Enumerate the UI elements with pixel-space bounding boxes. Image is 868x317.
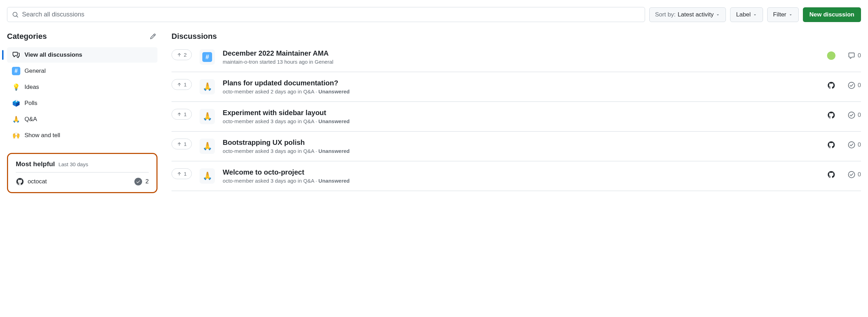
discussion-status: Unanswered (318, 89, 350, 94)
upvote-button[interactable]: 1 (172, 168, 192, 179)
comment-icon (848, 52, 855, 59)
arrow-up-icon (177, 171, 182, 176)
vote-count: 1 (184, 141, 187, 147)
most-helpful-box: Most helpful Last 30 days octocat 2 (7, 153, 158, 193)
arrow-up-icon (177, 112, 182, 117)
category-badge[interactable]: 🙏 (200, 139, 215, 154)
search-icon (12, 12, 19, 18)
upvote-button[interactable]: 1 (172, 79, 192, 90)
upvote-button[interactable]: 1 (172, 139, 192, 149)
check-circle-icon (848, 82, 855, 89)
filter-btn-text: Filter (773, 11, 786, 18)
vote-count: 1 (184, 111, 187, 117)
upvote-button[interactable]: 1 (172, 109, 192, 120)
search-box[interactable] (7, 7, 645, 22)
filter-dropdown[interactable]: Filter (767, 7, 799, 22)
chevron-down-icon (753, 13, 757, 17)
discussion-meta: octo-member asked 3 days ago in Q&A · Un… (223, 148, 819, 154)
sidebar-item-label: Ideas (24, 84, 39, 91)
new-discussion-button[interactable]: New discussion (803, 7, 861, 22)
discussions-title: Discussions (172, 32, 861, 41)
arrow-up-icon (177, 52, 182, 57)
sort-value: Latest activity (678, 11, 714, 18)
discussion-meta: maintain-o-tron started 13 hours ago in … (223, 59, 819, 65)
sidebar-item-label: Show and tell (24, 132, 60, 139)
discussion-title[interactable]: Experiment with sidebar layout (223, 109, 819, 117)
reply-count[interactable]: 0 (848, 171, 861, 178)
discussion-status: Unanswered (318, 118, 350, 124)
avatar[interactable] (827, 51, 835, 60)
most-helpful-subtitle: Last 30 days (58, 161, 88, 167)
avatar (16, 177, 24, 186)
count-value: 0 (858, 82, 861, 89)
reply-count[interactable]: 0 (848, 52, 861, 59)
vote-count: 1 (184, 82, 187, 87)
avatar[interactable] (827, 111, 835, 119)
discussion-meta: octo-member asked 3 days ago in Q&A · Un… (223, 178, 819, 184)
arrow-up-icon (177, 82, 182, 87)
edit-categories-button[interactable] (148, 32, 158, 41)
count-value: 0 (858, 112, 861, 119)
check-circle-icon (848, 171, 855, 178)
discussion-title[interactable]: Welcome to octo-project (223, 168, 819, 176)
sort-label: Sort by: (655, 11, 676, 18)
chevron-down-icon (789, 13, 793, 17)
categories-title: Categories (7, 32, 47, 41)
category-badge[interactable]: # (200, 49, 215, 65)
count-value: 0 (858, 171, 861, 178)
discussion-status: Unanswered (318, 178, 350, 184)
category-emoji: 🙏 (203, 142, 212, 151)
sidebar-item-view-all-discussions[interactable]: View all discussions (7, 47, 158, 63)
sidebar-item-label: General (24, 68, 46, 75)
sidebar-item-show-and-tell[interactable]: 🙌Show and tell (7, 128, 158, 143)
reply-count[interactable]: 0 (848, 82, 861, 89)
count-value: 0 (858, 52, 861, 59)
check-circle-icon (134, 178, 142, 185)
category-badge[interactable]: 🙏 (200, 168, 215, 184)
category-badge[interactable]: 🙏 (200, 79, 215, 94)
label-dropdown[interactable]: Label (730, 7, 763, 22)
discussion-meta: octo-member asked 2 days ago in Q&A · Un… (223, 89, 819, 94)
chevron-down-icon (716, 13, 720, 17)
discussion-status: Unanswered (318, 148, 350, 154)
discussion-title[interactable]: Bootstrapping UX polish (223, 139, 819, 147)
category-emoji: 🙏 (12, 115, 20, 124)
reply-count[interactable]: 0 (848, 141, 861, 148)
reply-count[interactable]: 0 (848, 112, 861, 119)
label-btn-text: Label (736, 11, 751, 18)
avatar[interactable] (827, 141, 835, 149)
most-helpful-title: Most helpful (16, 160, 55, 168)
discussion-row: 1🙏Bootstrapping UX polishocto-member ask… (172, 132, 861, 161)
sidebar-item-ideas[interactable]: 💡Ideas (7, 79, 158, 95)
helpful-count: 2 (146, 178, 149, 185)
discussion-meta: octo-member asked 3 days ago in Q&A · Un… (223, 118, 819, 124)
hash-icon: # (202, 52, 212, 62)
category-emoji: 🗳️ (12, 99, 20, 107)
sidebar-item-label: Q&A (24, 116, 37, 123)
category-emoji: 💡 (12, 83, 20, 91)
sidebar-item-general[interactable]: #General (7, 63, 158, 79)
discussion-title[interactable]: Plans for updated documentation? (223, 79, 819, 87)
discussion-title[interactable]: December 2022 Maintainer AMA (223, 49, 819, 57)
check-circle-icon (848, 112, 855, 119)
sidebar-item-polls[interactable]: 🗳️Polls (7, 96, 158, 111)
discussion-row: 1🙏Experiment with sidebar layoutocto-mem… (172, 102, 861, 132)
sidebar-item-q&a[interactable]: 🙏Q&A (7, 112, 158, 127)
search-input[interactable] (22, 11, 640, 18)
vote-count: 2 (184, 52, 187, 58)
discussion-row: 2#December 2022 Maintainer AMAmaintain-o… (172, 47, 861, 72)
category-emoji: 🙏 (203, 171, 212, 181)
helpful-user[interactable]: octocat (28, 178, 47, 185)
category-emoji: 🙌 (12, 131, 20, 140)
hash-icon: # (12, 67, 20, 75)
category-badge[interactable]: 🙏 (200, 109, 215, 124)
category-emoji: 🙏 (203, 82, 212, 91)
sort-dropdown[interactable]: Sort by: Latest activity (649, 7, 726, 22)
avatar[interactable] (827, 81, 835, 90)
upvote-button[interactable]: 2 (172, 49, 192, 60)
count-value: 0 (858, 141, 861, 148)
arrow-up-icon (177, 142, 182, 147)
vote-count: 1 (184, 171, 187, 177)
avatar[interactable] (827, 170, 835, 179)
category-emoji: 🙏 (203, 112, 212, 121)
